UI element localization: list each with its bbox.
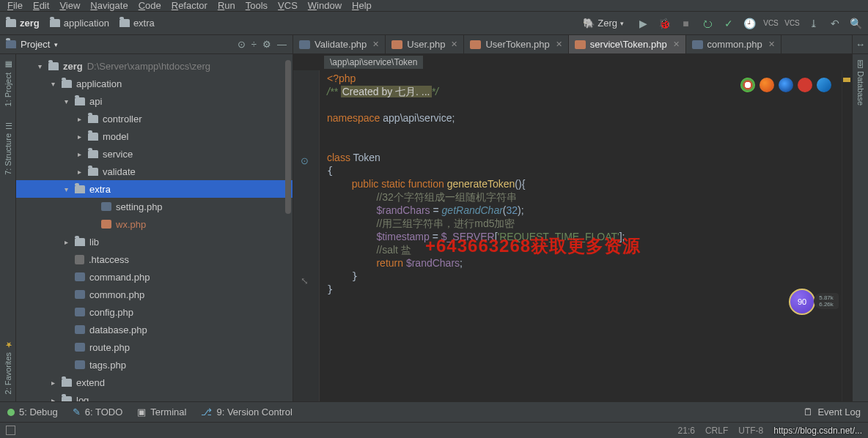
- tool-vcs[interactable]: ⎇ 9: Version Control: [201, 407, 292, 417]
- chevron-down-icon[interactable]: ▾: [54, 41, 58, 48]
- tree-model[interactable]: ▸ model: [16, 127, 293, 145]
- tool-database[interactable]: 🗄 Database: [856, 60, 865, 105]
- line-separator[interactable]: CRLF: [705, 426, 728, 436]
- tool-debug[interactable]: 5: Debug: [7, 407, 58, 417]
- stop-button[interactable]: ■: [680, 17, 692, 29]
- tree-root[interactable]: ▾ zerg D:\Server\xampp\htdocs\zerg: [16, 57, 293, 75]
- close-icon[interactable]: ✕: [449, 40, 457, 49]
- project-tree[interactable]: ▾ zerg D:\Server\xampp\htdocs\zerg ▾ app…: [16, 54, 293, 401]
- menu-code[interactable]: Code: [139, 0, 161, 11]
- tree-log[interactable]: ▸ log: [16, 391, 293, 401]
- tool-structure[interactable]: 7: Structure ☰: [3, 121, 12, 175]
- debug-button[interactable]: 🐞: [658, 17, 671, 29]
- menu-tools[interactable]: Tools: [246, 0, 268, 11]
- menu-help[interactable]: Help: [352, 0, 372, 11]
- tree-route-php[interactable]: · route.php: [16, 338, 293, 356]
- tree-api[interactable]: ▾ api: [16, 92, 293, 110]
- tool-project[interactable]: 1: Project ▦: [3, 60, 12, 106]
- path-application[interactable]: application: [50, 18, 109, 29]
- fold-icon[interactable]: ⤡: [301, 275, 309, 286]
- vcs-history-icon[interactable]: 🕘: [743, 17, 756, 29]
- menu-run[interactable]: Run: [218, 0, 235, 11]
- floating-gauge[interactable]: 90: [789, 289, 815, 315]
- gear-icon[interactable]: ⚙: [262, 39, 271, 50]
- chrome-icon[interactable]: [740, 78, 755, 92]
- override-icon[interactable]: ⊙: [301, 155, 309, 166]
- tree-database-php[interactable]: · database.php: [16, 321, 293, 338]
- opera-icon[interactable]: [798, 78, 812, 92]
- tool-favorites[interactable]: 2: Favorites ★: [3, 340, 12, 394]
- tree-lib[interactable]: ▸ lib: [16, 233, 293, 250]
- warning-marker[interactable]: [843, 78, 850, 82]
- tab-validate[interactable]: Validate.php ✕: [293, 35, 386, 53]
- tree-application[interactable]: ▾ application: [16, 75, 293, 92]
- firefox-icon[interactable]: [760, 78, 774, 92]
- tree-common-php[interactable]: · common.php: [16, 286, 293, 303]
- run-button[interactable]: ▶: [637, 17, 650, 29]
- menu-vcs[interactable]: VCS: [278, 0, 298, 11]
- run-config-selector[interactable]: 🐘 Zerg ▾: [578, 16, 628, 30]
- menu-refactor[interactable]: Refactor: [172, 0, 207, 11]
- vcs-label-1[interactable]: VCS: [765, 17, 777, 29]
- menu-edit[interactable]: Edit: [33, 0, 49, 11]
- file-encoding[interactable]: UTF-8: [738, 426, 763, 436]
- scroll-from-source-icon[interactable]: ÷: [251, 39, 257, 50]
- tool-window-toggle-icon[interactable]: [6, 426, 15, 435]
- tree-label: lib: [89, 237, 99, 248]
- tool-terminal[interactable]: ▣ Terminal: [137, 407, 186, 417]
- editor-gutter[interactable]: ⊙ ⤡: [293, 70, 320, 401]
- tool-event-log[interactable]: 🗒 Event Log: [803, 407, 861, 417]
- close-icon[interactable]: ✕: [371, 40, 379, 49]
- close-icon[interactable]: ✕: [767, 40, 775, 49]
- tab-user[interactable]: User.php ✕: [386, 35, 464, 53]
- ie-icon[interactable]: [817, 78, 831, 92]
- close-icon[interactable]: ✕: [672, 40, 680, 49]
- tab-service-token[interactable]: service\Token.php ✕: [569, 35, 686, 53]
- menu-file[interactable]: File: [7, 0, 23, 11]
- code-content[interactable]: <?php /** Created by 七月. ...*/ namespace…: [320, 70, 842, 401]
- tree-controller[interactable]: ▸ controller: [16, 110, 293, 127]
- tree-config-php[interactable]: · config.php: [16, 303, 293, 321]
- scrollbar[interactable]: [285, 60, 291, 214]
- menu-navigate[interactable]: Navigate: [90, 0, 128, 11]
- tab-more-icon[interactable]: ↔: [852, 35, 868, 53]
- tree-setting-php[interactable]: · setting.php: [16, 198, 293, 215]
- tool-todo[interactable]: ✎ 6: TODO: [73, 407, 123, 417]
- tab-label: common.php: [707, 39, 762, 50]
- tree-wx-php[interactable]: · wx.php: [16, 215, 293, 233]
- tree-tags-php[interactable]: · tags.php: [16, 356, 293, 374]
- breadcrumb-label[interactable]: \app\api\service\Token: [324, 56, 423, 69]
- hide-icon[interactable]: —: [277, 39, 287, 50]
- php-icon: [101, 220, 111, 229]
- caret-position[interactable]: 21:6: [678, 426, 695, 436]
- tree-extend[interactable]: ▸ extend: [16, 374, 293, 391]
- tree-label: log: [76, 395, 89, 402]
- undo-icon[interactable]: ↶: [828, 17, 841, 29]
- tab-common[interactable]: common.php ✕: [686, 35, 781, 53]
- tree-htaccess[interactable]: · .htaccess: [16, 250, 293, 268]
- vcs-commit-icon[interactable]: ✓: [722, 17, 735, 29]
- safari-icon[interactable]: [779, 78, 793, 92]
- path-root[interactable]: zerg: [6, 18, 40, 29]
- close-icon[interactable]: ✕: [554, 40, 562, 49]
- tree-extra[interactable]: ▾ extra: [16, 180, 293, 198]
- vcs-update-icon[interactable]: ⭮: [701, 17, 713, 29]
- download-icon[interactable]: ⤓: [807, 17, 820, 29]
- tree-label: .htaccess: [89, 254, 129, 265]
- editor[interactable]: \app\api\service\Token ⊙ ⤡ <?php /** Cre…: [293, 54, 852, 401]
- tree-validate[interactable]: ▸ validate: [16, 163, 293, 180]
- vcs-label-2[interactable]: VCS: [786, 17, 798, 29]
- php-icon: [470, 40, 481, 49]
- tree-application-label: application: [76, 78, 122, 89]
- search-icon[interactable]: 🔍: [850, 17, 862, 29]
- menu-window[interactable]: Window: [308, 0, 342, 11]
- navigation-toolbar: zerg application extra 🐘 Zerg ▾ ▶ 🐞 ■ ⭮ …: [0, 12, 868, 35]
- tab-usertoken[interactable]: UserToken.php ✕: [464, 35, 568, 53]
- tree-command-php[interactable]: · command.php: [16, 268, 293, 286]
- tree-service[interactable]: ▸ service: [16, 145, 293, 163]
- menu-view[interactable]: View: [59, 0, 80, 11]
- project-label[interactable]: Project: [21, 39, 50, 50]
- collapse-all-icon[interactable]: ⊙: [238, 39, 246, 50]
- path-extra[interactable]: extra: [119, 18, 155, 29]
- editor-marker-bar[interactable]: [842, 70, 852, 401]
